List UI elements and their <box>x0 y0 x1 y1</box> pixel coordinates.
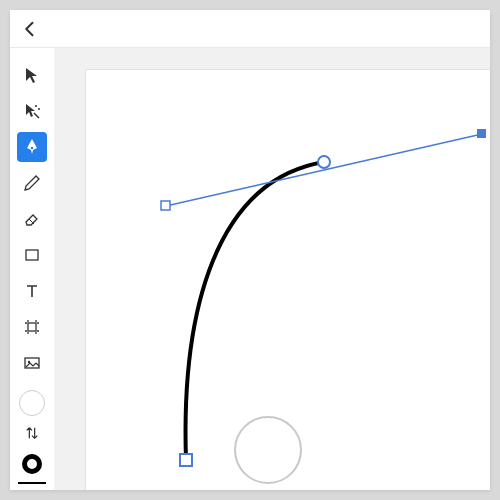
app-frame <box>10 10 490 490</box>
fill-color-swatch[interactable] <box>19 390 45 416</box>
stroke-indicator <box>18 482 46 484</box>
artboard[interactable] <box>86 70 490 490</box>
place-image-tool[interactable] <box>17 348 47 378</box>
svg-rect-4 <box>28 323 36 331</box>
eraser-tool[interactable] <box>17 204 47 234</box>
canvas-area[interactable] <box>54 48 490 490</box>
pencil-tool[interactable] <box>17 168 47 198</box>
anchor-end-handle[interactable] <box>477 129 486 138</box>
anchor-start[interactable] <box>180 454 192 466</box>
pen-tool[interactable] <box>17 132 47 162</box>
svg-point-0 <box>35 105 37 107</box>
text-tool[interactable] <box>17 276 47 306</box>
svg-point-1 <box>38 108 40 110</box>
artboard-tool[interactable] <box>17 312 47 342</box>
header-bar <box>10 10 490 48</box>
svg-rect-3 <box>26 250 38 260</box>
back-button[interactable] <box>20 19 40 39</box>
toolbar <box>10 48 54 490</box>
control-handle-start[interactable] <box>161 201 170 210</box>
touch-indicator-ring <box>234 416 302 484</box>
anchor-smooth[interactable] <box>318 156 330 168</box>
rectangle-tool[interactable] <box>17 240 47 270</box>
stroke-color-swatch[interactable] <box>22 454 42 474</box>
swap-fill-stroke-icon[interactable] <box>23 424 41 442</box>
select-tool[interactable] <box>17 60 47 90</box>
direct-select-tool[interactable] <box>17 96 47 126</box>
svg-line-7 <box>166 134 482 206</box>
svg-point-2 <box>31 147 34 150</box>
